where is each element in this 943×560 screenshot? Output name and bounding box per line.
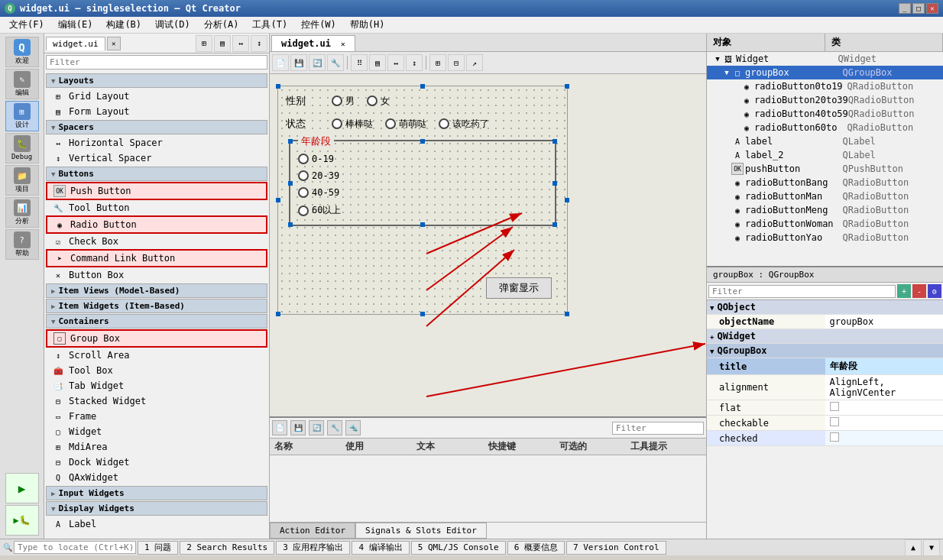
radio-meng[interactable]: 萌萌哒 — [385, 118, 426, 131]
stacked-widget-item[interactable]: ⊟ Stacked Widget — [46, 393, 267, 409]
radio-20-39[interactable]: 20-39 — [298, 170, 547, 181]
vertical-spacer-item[interactable]: ↕ Vertical Spacer — [46, 151, 267, 166]
center-tool-4[interactable]: 🔧 — [327, 54, 344, 71]
prop-checked-row[interactable]: checked — [707, 431, 943, 446]
mdi-area-item[interactable]: ⊞ MdiArea — [46, 439, 267, 455]
tree-label-2[interactable]: A label_2 QLabel — [707, 148, 943, 162]
bottom-tool-5[interactable]: 🔩 — [345, 420, 361, 435]
tool-box-item[interactable]: 🧰 Tool Box — [46, 363, 267, 378]
tree-radio-meng[interactable]: ◉ radioButtonMeng QRadioButton — [707, 203, 943, 217]
dock-widget-item[interactable]: ⊟ Dock Widget — [46, 455, 267, 470]
tree-radio-0-19[interactable]: ◉ radioButton0to19 QRadioButton — [707, 79, 943, 93]
run-button[interactable]: ▶ — [5, 473, 39, 503]
bottom-tool-1[interactable]: 📄 — [272, 420, 287, 435]
center-tool-9[interactable]: ⊞ — [429, 54, 446, 71]
center-tool-8[interactable]: ↕ — [406, 54, 423, 71]
maximize-button[interactable]: □ — [912, 3, 925, 14]
group-box-widget[interactable]: 年龄段 0-19 20-39 40-59 — [289, 140, 556, 226]
tree-radio-40-59[interactable]: ◉ radioButton40to59 QRadioButton — [707, 107, 943, 121]
prop-checked-checkbox[interactable] — [830, 432, 839, 442]
button-box-item[interactable]: ✕ Button Box — [46, 267, 267, 283]
toolbar-btn-2[interactable]: ▤ — [214, 35, 231, 52]
radio-60-plus[interactable]: 60以上 — [298, 204, 547, 217]
prop-flat-checkbox[interactable] — [830, 402, 839, 411]
strip-help[interactable]: ? 帮助 — [5, 229, 39, 260]
radio-woman[interactable]: 女 — [367, 95, 390, 108]
scroll-area-item[interactable]: ↕ Scroll Area — [46, 348, 267, 363]
push-button-item[interactable]: OK Push Button — [46, 182, 267, 200]
widget-filter-input[interactable] — [46, 55, 267, 70]
locate-input[interactable] — [14, 541, 136, 554]
strip-project[interactable]: 📁 项目 — [5, 165, 39, 196]
tree-group-box[interactable]: ▼ □ groupBox QGroupBox — [707, 66, 943, 79]
category-item-widgets[interactable]: ▶ Item Widgets (Item-Based) — [46, 299, 267, 313]
toolbar-btn-3[interactable]: ↔ — [232, 35, 249, 52]
status-qml-console[interactable]: 5 QML/JS Console — [411, 541, 506, 555]
strip-debug[interactable]: 🐛 Debug — [5, 133, 39, 163]
check-box-item[interactable]: ☑ Check Box — [46, 234, 267, 249]
center-tool-5[interactable]: ⠿ — [351, 54, 368, 71]
object-tree[interactable]: ▼ 🖼 Widget QWidget ▼ □ groupBox QGroupBo… — [707, 52, 943, 266]
widget-item-widget[interactable]: ▢ Widget — [46, 424, 267, 439]
category-layouts[interactable]: ▼ Layouts — [46, 73, 267, 88]
tool-button-item[interactable]: 🔧 Tool Button — [46, 200, 267, 215]
section-qwidget[interactable]: +QWidget — [707, 329, 943, 344]
prop-objectname-row[interactable]: objectName groupBox — [707, 315, 943, 329]
tree-widget[interactable]: ▼ 🖼 Widget QWidget — [707, 52, 943, 66]
center-tool-3[interactable]: 🔄 — [309, 54, 326, 71]
bottom-filter-input[interactable] — [612, 422, 704, 435]
menu-tools[interactable]: 工具(T) — [246, 17, 293, 33]
bottom-tool-4[interactable]: 🔧 — [327, 420, 342, 435]
status-summary[interactable]: 6 概要信息 — [507, 541, 565, 555]
design-area[interactable]: 性别 男 女 — [270, 74, 706, 416]
props-add-btn[interactable]: + — [897, 284, 911, 298]
group-box-item[interactable]: □ Group Box — [46, 329, 267, 348]
radio-button-item[interactable]: ◉ Radio Button — [46, 215, 267, 234]
status-vcs[interactable]: 7 Version Control — [566, 541, 666, 555]
center-tool-1[interactable]: 📄 — [272, 54, 289, 71]
section-qgroupbox[interactable]: ▼QGroupBox — [707, 344, 943, 358]
status-problems[interactable]: 1 问题 — [138, 541, 178, 555]
status-app-output[interactable]: 3 应用程序输出 — [276, 541, 350, 555]
strip-design[interactable]: ⊞ 设计 — [5, 101, 39, 131]
center-tool-7[interactable]: ↔ — [387, 54, 404, 71]
prop-flat-row[interactable]: flat — [707, 400, 943, 416]
tree-label[interactable]: A label QLabel — [707, 134, 943, 148]
category-display-widgets[interactable]: ▼ Display Widgets — [46, 501, 267, 516]
category-buttons[interactable]: ▼ Buttons — [46, 167, 267, 181]
center-tool-11[interactable]: ↗ — [466, 54, 483, 71]
bottom-tool-2[interactable]: 💾 — [290, 420, 306, 435]
menu-analyze[interactable]: 分析(A) — [198, 17, 245, 33]
tree-radio-20-39[interactable]: ◉ radioButton20to39 QRadioButton — [707, 93, 943, 107]
prop-checkable-checkbox[interactable] — [830, 417, 839, 426]
props-remove-btn[interactable]: - — [912, 284, 926, 298]
tree-radio-60[interactable]: ◉ radioButton60to QRadioButton — [707, 121, 943, 134]
prop-checked-val[interactable] — [825, 431, 944, 446]
grid-layout-item[interactable]: ⊞ Grid Layout — [46, 89, 267, 104]
radio-0-19[interactable]: 0-19 — [298, 154, 547, 164]
category-spacers[interactable]: ▼ Spacers — [46, 120, 267, 134]
props-filter-input[interactable] — [708, 285, 896, 298]
menu-build[interactable]: 构建(B) — [100, 17, 147, 33]
minimize-button[interactable]: _ — [899, 3, 911, 14]
command-link-item[interactable]: ➤ Command Link Button — [46, 249, 267, 267]
strip-edit[interactable]: ✎ 编辑 — [5, 69, 39, 99]
toolbar-btn-1[interactable]: ⊞ — [196, 35, 212, 52]
radio-yao[interactable]: 该吃药了 — [439, 118, 489, 131]
horizontal-spacer-item[interactable]: ↔ Horizontal Spacer — [46, 135, 267, 151]
tab-signals-slots[interactable]: Signals & Slots Editor — [355, 523, 487, 539]
close-tab-icon[interactable]: ✕ — [107, 37, 121, 50]
tab-action-editor[interactable]: Action Editor — [270, 523, 355, 539]
radio-40-59[interactable]: 40-59 — [298, 187, 547, 198]
tree-widget-expand[interactable]: ▼ — [713, 55, 722, 63]
prop-alignment-val[interactable]: AlignLeft, AlignVCenter — [825, 375, 944, 400]
strip-welcome[interactable]: Q 欢迎 — [5, 37, 39, 67]
category-containers[interactable]: ▼ Containers — [46, 314, 267, 329]
status-up-btn[interactable]: ▲ — [905, 539, 922, 556]
close-button[interactable]: ✕ — [926, 3, 938, 14]
form-layout-item[interactable]: ▤ Form Layout — [46, 104, 267, 119]
widget-tab[interactable]: widget.ui — [46, 37, 105, 50]
menu-help[interactable]: 帮助(H) — [344, 17, 391, 33]
menu-edit[interactable]: 编辑(E) — [52, 17, 99, 33]
prop-checkable-row[interactable]: checkable — [707, 416, 943, 431]
